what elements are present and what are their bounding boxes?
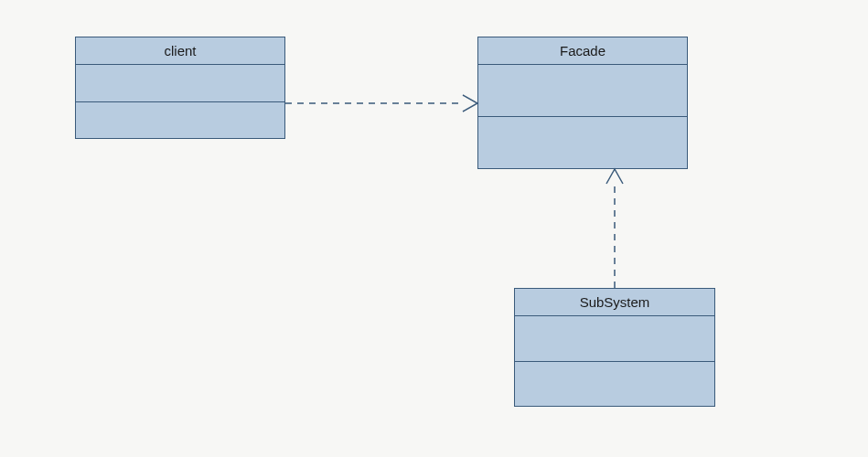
uml-class-attributes <box>76 65 284 102</box>
dependency-subsystem-to-facade <box>606 169 623 288</box>
dependency-client-to-facade <box>285 95 477 112</box>
uml-class-client[interactable]: client <box>75 37 285 139</box>
uml-class-name: SubSystem <box>515 289 714 316</box>
uml-class-attributes <box>478 65 687 117</box>
uml-class-name: client <box>76 37 284 65</box>
uml-class-operations <box>76 102 284 139</box>
uml-class-facade[interactable]: Facade <box>477 37 688 169</box>
uml-class-operations <box>478 117 687 168</box>
uml-class-subsystem[interactable]: SubSystem <box>514 288 715 407</box>
uml-class-attributes <box>515 316 714 362</box>
uml-class-operations <box>515 362 714 407</box>
uml-class-name: Facade <box>478 37 687 65</box>
